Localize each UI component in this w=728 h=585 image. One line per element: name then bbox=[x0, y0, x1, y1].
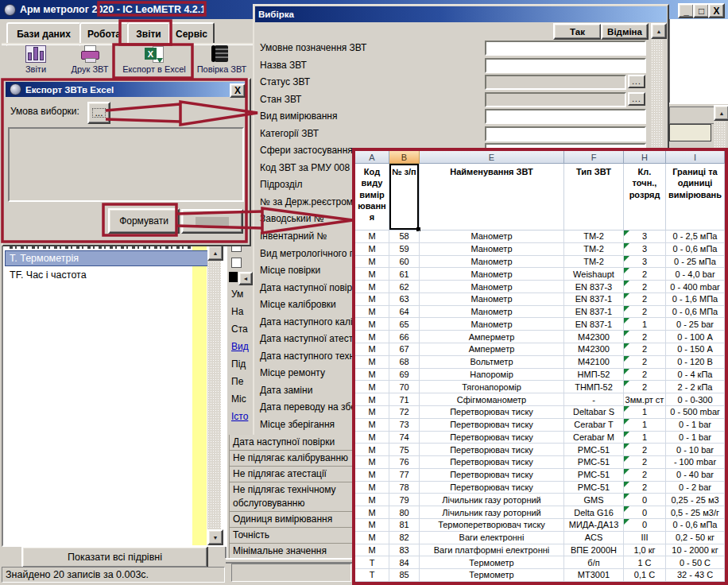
cell-accuracy-class[interactable]: 1,0 кг bbox=[624, 544, 666, 557]
secondary-button[interactable] bbox=[181, 209, 243, 234]
cell-number[interactable]: 83 bbox=[389, 544, 420, 557]
cell-type[interactable]: МТ3001 bbox=[564, 569, 624, 582]
header-cell[interactable]: Код виду вимірювання bbox=[355, 164, 389, 231]
cell-accuracy-class[interactable]: 1 bbox=[624, 406, 666, 419]
checkbox[interactable] bbox=[231, 258, 242, 268]
cell-instrument-name[interactable]: Лічильник газу роторний bbox=[420, 494, 564, 506]
ok-button[interactable]: Так bbox=[553, 23, 602, 40]
cell-measure-code[interactable]: М bbox=[355, 456, 389, 469]
field-picker-button[interactable]: ... bbox=[628, 75, 645, 88]
cell-accuracy-class[interactable]: 1 bbox=[624, 419, 666, 432]
cell-range-units[interactable]: 0,5 - 25 м3/г bbox=[666, 506, 725, 519]
property-list-item[interactable]: Не підлягає атестації bbox=[229, 467, 354, 482]
cell-accuracy-class[interactable]: 3 bbox=[624, 231, 666, 243]
header-cell[interactable]: Тип ЗВТ bbox=[564, 164, 624, 231]
cell-measure-code[interactable]: М bbox=[355, 256, 389, 269]
cell-instrument-name[interactable]: Амперметр bbox=[420, 331, 564, 343]
cell-range-units[interactable]: 0 - 1 bar bbox=[666, 432, 725, 444]
cell-instrument-name[interactable]: Ваги електронні bbox=[420, 532, 564, 544]
cell-instrument-name[interactable]: Термометр bbox=[420, 569, 564, 582]
cell-accuracy-class[interactable]: 2 bbox=[624, 293, 666, 306]
cell-type[interactable]: Delta G16 bbox=[564, 506, 624, 519]
cell-type[interactable]: МИДА-ДА13 bbox=[564, 519, 624, 532]
cell-instrument-name[interactable]: Манометр bbox=[420, 256, 564, 269]
cell-accuracy-class[interactable]: 1 bbox=[624, 318, 666, 331]
cell-number[interactable]: 71 bbox=[389, 393, 420, 406]
cell-range-units[interactable]: 0 - 0,6 МПа bbox=[666, 306, 725, 319]
cell-range-units[interactable]: 0 - 0,6 мПа bbox=[666, 243, 725, 256]
list-item[interactable]: ТF. Час і частота bbox=[5, 268, 210, 282]
cell-number[interactable]: 74 bbox=[389, 432, 420, 444]
cell-measure-code[interactable]: М bbox=[355, 306, 389, 319]
header-cell-selected[interactable]: № з/п bbox=[389, 164, 420, 231]
cell-range-units[interactable]: 0 - 1,6 МПа bbox=[666, 293, 725, 306]
condition-text-area[interactable] bbox=[8, 127, 244, 202]
cell-range-units[interactable]: 0 - 4,0 bar bbox=[666, 268, 725, 281]
cell-instrument-name[interactable]: Перетворювач тиску bbox=[420, 419, 564, 432]
cell-range-units[interactable]: 0 - 100 А bbox=[666, 331, 725, 343]
cell-measure-code[interactable]: М bbox=[355, 532, 389, 544]
cell-measure-code[interactable]: М bbox=[355, 281, 389, 293]
cell-range-units[interactable]: 2 - 2 кПа bbox=[666, 381, 725, 393]
cell-number[interactable]: 75 bbox=[389, 444, 420, 456]
cell-number[interactable]: 70 bbox=[389, 381, 420, 393]
toolbar-verification-button[interactable]: Повірка ЗВТ bbox=[193, 45, 250, 77]
cell-type[interactable]: М42300 bbox=[564, 331, 624, 343]
scroll-up-button[interactable]: ▲ bbox=[207, 245, 223, 261]
field-input[interactable] bbox=[485, 41, 646, 56]
field-input[interactable] bbox=[485, 75, 626, 90]
header-cell[interactable]: Кл. точн., розряд bbox=[624, 164, 666, 231]
cell-type[interactable]: М42100 bbox=[564, 356, 624, 369]
condition-browse-button[interactable]: ... bbox=[87, 102, 110, 124]
cell-measure-code[interactable]: М bbox=[355, 469, 389, 482]
cell-measure-code[interactable]: М bbox=[355, 331, 389, 343]
cell-accuracy-class[interactable]: 2 bbox=[624, 281, 666, 293]
cell-instrument-name[interactable]: Перетворювач тиску bbox=[420, 482, 564, 494]
cell-accuracy-class[interactable]: 3мм.рт ст bbox=[624, 393, 666, 406]
cell-measure-code[interactable]: М bbox=[355, 343, 389, 356]
cell-range-units[interactable]: 0 - 400 mbar bbox=[666, 281, 725, 293]
cell-instrument-name[interactable]: Манометр bbox=[420, 231, 564, 243]
cell-number[interactable]: 77 bbox=[389, 469, 420, 482]
cell-type[interactable]: Weishaupt bbox=[564, 268, 624, 281]
cell-instrument-name[interactable]: Манометр bbox=[420, 318, 564, 331]
cell-accuracy-class[interactable]: 3 bbox=[624, 256, 666, 269]
cell-type[interactable]: EN 837-1 bbox=[564, 306, 624, 319]
column-letter[interactable]: H bbox=[624, 151, 666, 164]
cell-type[interactable]: EN 837-1 bbox=[564, 318, 624, 331]
cell-number[interactable]: 85 bbox=[389, 569, 420, 582]
cell-number[interactable]: 80 bbox=[389, 506, 420, 519]
generate-button[interactable]: Формувати bbox=[108, 208, 180, 234]
scroll-up-button[interactable]: ▲ bbox=[714, 105, 728, 121]
cell-instrument-name[interactable]: Напоромір bbox=[420, 369, 564, 382]
property-list-item[interactable]: Дата наступної повірки bbox=[229, 435, 354, 451]
cell-measure-code[interactable]: Т bbox=[355, 569, 389, 582]
cell-accuracy-class[interactable]: III bbox=[624, 532, 666, 544]
list-item-selected[interactable]: Т. Термометрія bbox=[5, 250, 210, 266]
cell-measure-code[interactable]: М bbox=[355, 293, 389, 306]
field-input[interactable] bbox=[485, 126, 646, 141]
cell-type[interactable]: ТМ-2 bbox=[564, 231, 624, 243]
cell-type[interactable]: PMC-51 bbox=[564, 444, 624, 456]
cell-measure-code[interactable]: М bbox=[355, 356, 389, 369]
cell-number[interactable]: 68 bbox=[389, 356, 420, 369]
cell-instrument-name[interactable]: Перетворювач тиску bbox=[420, 444, 564, 456]
cell-type[interactable]: PMC-51 bbox=[564, 456, 624, 469]
cell-type[interactable]: EN 837-1 bbox=[564, 293, 624, 306]
cell-type[interactable]: GMS bbox=[564, 494, 624, 506]
cell-measure-code[interactable]: М bbox=[355, 482, 389, 494]
field-input[interactable] bbox=[485, 58, 646, 73]
field-input[interactable] bbox=[485, 92, 626, 107]
cell-range-units[interactable]: 0 - 2,5 мПа bbox=[666, 231, 725, 243]
cell-range-units[interactable]: 0 - 120 В bbox=[666, 356, 725, 369]
property-list-item[interactable]: Не підлягає технічному обслуговуванню bbox=[229, 482, 354, 512]
cell-range-units[interactable]: 0,2 - 50 кг bbox=[666, 532, 725, 544]
cell-number[interactable]: 79 bbox=[389, 494, 420, 506]
cell-measure-code[interactable]: М bbox=[355, 318, 389, 331]
cell-number[interactable]: 73 bbox=[389, 419, 420, 432]
cell-range-units[interactable]: 32 - 43 С bbox=[666, 569, 725, 582]
cell-accuracy-class[interactable]: 3 bbox=[624, 243, 666, 256]
cell-range-units[interactable]: 0 - 25 bar bbox=[666, 318, 725, 331]
property-list-item[interactable]: Мінімальне значення bbox=[229, 544, 354, 558]
cell-number[interactable]: 59 bbox=[389, 243, 420, 256]
